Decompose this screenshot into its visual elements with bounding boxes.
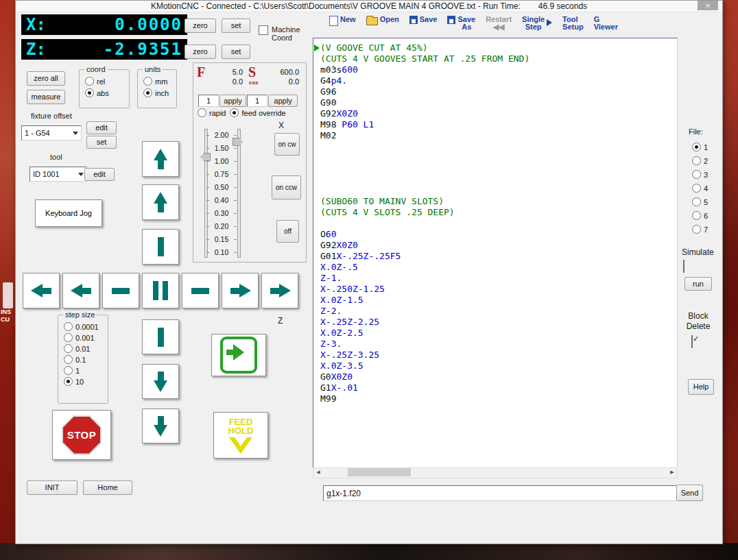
jog-z-plus-fast-button[interactable] [261, 273, 298, 308]
cycle-start-button[interactable] [211, 334, 266, 376]
spindle-override-slider[interactable] [237, 129, 241, 258]
toolbar-g-viewer-button[interactable]: GViewer [594, 16, 618, 31]
jog-z-stop-button[interactable] [142, 319, 179, 354]
toolbar-open-button[interactable]: Open [366, 16, 399, 25]
down-arrow-icon [154, 371, 167, 392]
radio-label: 0.0001 [75, 323, 99, 331]
jog-x-plus-button[interactable] [142, 184, 179, 220]
jog-x-plus-fast-button[interactable] [142, 141, 179, 177]
zero-x-button[interactable]: zero [184, 19, 216, 33]
fixture-offset-select[interactable]: 1 - G54 [21, 125, 82, 141]
simulate-checkbox[interactable] [683, 260, 685, 273]
toolbar-tool-setup-button[interactable]: ToolSetup [562, 16, 584, 31]
keyboard-jog-button[interactable]: Keyboard Jog [35, 199, 102, 227]
file-option-3[interactable]: 3 [692, 170, 708, 179]
home-button[interactable]: Home [83, 480, 132, 495]
spindle-off-button[interactable]: off [276, 220, 299, 243]
right-arrow-icon [230, 284, 251, 297]
tool-edit-button[interactable]: edit [84, 168, 115, 181]
spindle-set-value: 600.0 [261, 68, 299, 76]
jog-pause-button[interactable] [142, 273, 179, 308]
file-option-2[interactable]: 2 [692, 156, 708, 165]
close-button[interactable]: ✕ [698, 1, 718, 10]
spindle-apply-button[interactable]: apply [268, 95, 298, 107]
override-options: rapidfeed override [198, 108, 286, 117]
step-size-option-0-0001[interactable]: 0.0001 [64, 322, 99, 331]
radio-label: rel [97, 77, 105, 86]
coord-option-rel[interactable]: rel [85, 77, 109, 86]
file-option-7[interactable]: 7 [692, 225, 708, 234]
toolbar-single-step-button[interactable]: SingleStep [522, 16, 552, 31]
toolbar-save-as-button[interactable]: SaveAs [447, 16, 475, 31]
gcode-horizontal-scrollbar[interactable]: ◀ ▶ [313, 467, 678, 478]
step-size-option-0-1[interactable]: 0.1 [64, 355, 99, 364]
init-button[interactable]: INIT [27, 480, 78, 495]
mdi-input[interactable]: g1x-1.f20 [323, 485, 689, 501]
set-x-button[interactable]: set [222, 19, 250, 33]
scroll-right-icon[interactable]: ▶ [667, 468, 677, 476]
radio-label: 4 [704, 184, 708, 193]
scroll-left-icon[interactable]: ◀ [313, 468, 323, 476]
jog-z-minus-button[interactable] [62, 273, 99, 308]
scale-label: 1.00 [209, 157, 234, 165]
jog-z-step-plus-button[interactable] [182, 273, 219, 308]
set-z-button[interactable]: set [222, 45, 250, 59]
zero-all-button[interactable]: zero all [27, 71, 65, 86]
file-option-5[interactable]: 5 [692, 197, 708, 206]
fixture-edit-button[interactable]: edit [86, 121, 117, 134]
gcode-line: G4p4. [320, 75, 676, 86]
feed-hold-button[interactable]: FEEDHOLD [213, 412, 268, 459]
units-option-inch[interactable]: inch [143, 88, 169, 97]
send-button[interactable]: Send [676, 485, 703, 501]
toolbar-new-button[interactable]: New [329, 16, 356, 26]
css-label: css [249, 80, 258, 86]
spindle-on-cw-button[interactable]: on cw [274, 133, 300, 156]
fixture-offset-label: fixture offset [31, 112, 72, 120]
radio-icon [198, 108, 206, 117]
measure-button[interactable]: measure [27, 90, 65, 104]
machine-coord-control[interactable]: MachineCoord [259, 25, 300, 42]
gcode-area[interactable]: (V GOOVE CUT AT 45%)(CUTS 4 V GOOVES STA… [313, 38, 678, 468]
gcode-line [320, 152, 676, 163]
jog-x-minus-button[interactable] [142, 364, 179, 399]
block-delete-checkbox[interactable] [691, 335, 693, 348]
feed-apply-button[interactable]: apply [219, 95, 246, 107]
stop-button[interactable]: STOP [52, 410, 111, 460]
spindle-slider-thumb[interactable] [233, 138, 243, 146]
feed-slider-thumb[interactable] [200, 153, 211, 161]
pause-icon [153, 281, 168, 300]
dro-x-label: X: [26, 15, 46, 34]
stop-bar-icon [158, 328, 164, 347]
file-option-4[interactable]: 4 [692, 184, 708, 193]
tool-select[interactable]: ID 1001 [29, 167, 87, 182]
toolbar-save-button[interactable]: Save [409, 16, 438, 24]
step-size-option-1[interactable]: 1 [64, 366, 99, 375]
help-button[interactable]: Help [688, 379, 714, 395]
background-clipped-text: INS CU [1, 308, 11, 324]
zero-z-button[interactable]: zero [184, 45, 216, 59]
gcode-line: G92X0Z0 [320, 240, 676, 251]
override-option-feed-override[interactable]: feed override [230, 108, 285, 117]
spindle-on-ccw-button[interactable]: on ccw [272, 175, 301, 199]
step-size-option-10[interactable]: 10 [64, 377, 99, 386]
jog-x-minus-fast-button[interactable] [142, 409, 179, 443]
titlebar[interactable]: KMotionCNC - Connected - C:\Users\Scott\… [16, 1, 722, 12]
step-size-option-0-01[interactable]: 0.01 [64, 344, 99, 353]
scrollbar-thumb[interactable] [348, 468, 411, 476]
jog-x-stop-button[interactable] [142, 229, 179, 265]
feed-override-input[interactable]: 1 [198, 95, 219, 107]
coord-option-abs[interactable]: abs [85, 88, 109, 97]
file-option-1[interactable]: 1 [692, 143, 708, 151]
file-option-6[interactable]: 6 [692, 211, 708, 220]
step-size-option-0-001[interactable]: 0.001 [64, 333, 99, 342]
jog-z-minus-fast-button[interactable] [23, 273, 60, 308]
jog-z-plus-button[interactable] [222, 273, 259, 308]
override-option-rapid[interactable]: rapid [198, 108, 226, 117]
fixture-set-button[interactable]: set [86, 136, 117, 149]
machine-coord-label: MachineCoord [272, 25, 300, 42]
jog-z-step-minus-button[interactable] [102, 273, 139, 308]
spindle-override-input[interactable]: 1 [247, 95, 267, 107]
run-button[interactable]: run [685, 277, 712, 291]
units-option-mm[interactable]: mm [143, 77, 169, 86]
machine-coord-checkbox[interactable] [259, 25, 268, 35]
